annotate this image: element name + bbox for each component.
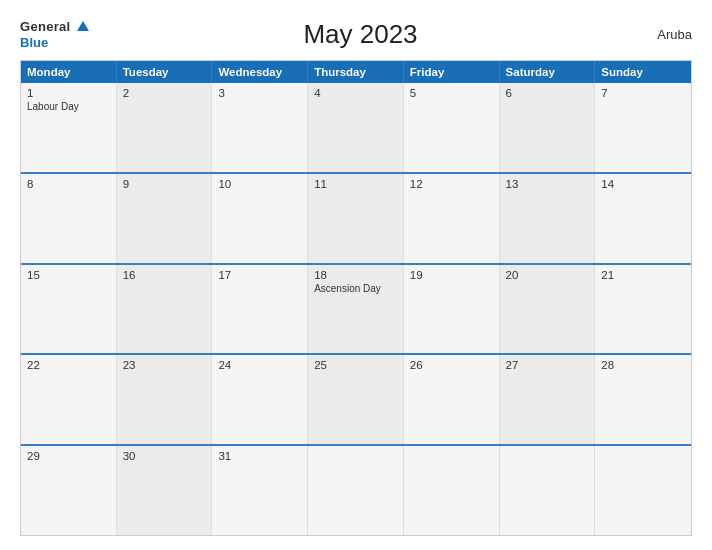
header: General Blue May 2023 Aruba [20, 18, 692, 50]
day-number: 8 [27, 178, 110, 190]
day-cell: 19 [404, 265, 500, 354]
day-number: 5 [410, 87, 493, 99]
day-header: Friday [404, 61, 500, 83]
day-event: Ascension Day [314, 283, 397, 295]
day-cell: 3 [212, 83, 308, 172]
day-header: Thursday [308, 61, 404, 83]
day-number: 22 [27, 359, 110, 371]
day-number: 2 [123, 87, 206, 99]
day-number: 6 [506, 87, 589, 99]
day-cell: 20 [500, 265, 596, 354]
day-number: 15 [27, 269, 110, 281]
day-cell: 29 [21, 446, 117, 535]
day-number: 4 [314, 87, 397, 99]
day-number: 3 [218, 87, 301, 99]
day-number: 20 [506, 269, 589, 281]
day-cell: 23 [117, 355, 213, 444]
day-header: Monday [21, 61, 117, 83]
day-header: Sunday [595, 61, 691, 83]
day-cell: 6 [500, 83, 596, 172]
day-number: 30 [123, 450, 206, 462]
day-number: 23 [123, 359, 206, 371]
day-cell: 21 [595, 265, 691, 354]
day-cell: 7 [595, 83, 691, 172]
day-cell: 14 [595, 174, 691, 263]
day-number: 16 [123, 269, 206, 281]
day-number: 27 [506, 359, 589, 371]
day-number: 17 [218, 269, 301, 281]
day-cell: 28 [595, 355, 691, 444]
day-cell: 16 [117, 265, 213, 354]
day-number: 26 [410, 359, 493, 371]
week-row: 1Labour Day234567 [21, 83, 691, 172]
calendar-title: May 2023 [89, 19, 632, 50]
day-cell: 4 [308, 83, 404, 172]
day-cell: 30 [117, 446, 213, 535]
day-cell [308, 446, 404, 535]
day-cell: 12 [404, 174, 500, 263]
day-cell [500, 446, 596, 535]
logo: General Blue [20, 18, 89, 50]
day-number: 19 [410, 269, 493, 281]
logo-line1: General [20, 18, 89, 34]
day-cell: 22 [21, 355, 117, 444]
day-number: 21 [601, 269, 685, 281]
day-cell: 9 [117, 174, 213, 263]
day-headers-row: MondayTuesdayWednesdayThursdayFridaySatu… [21, 61, 691, 83]
weeks-container: 1Labour Day23456789101112131415161718Asc… [21, 83, 691, 535]
day-number: 11 [314, 178, 397, 190]
region-label: Aruba [632, 27, 692, 42]
week-row: 293031 [21, 444, 691, 535]
day-cell: 2 [117, 83, 213, 172]
day-number: 28 [601, 359, 685, 371]
day-number: 31 [218, 450, 301, 462]
day-cell: 17 [212, 265, 308, 354]
day-header: Tuesday [117, 61, 213, 83]
day-cell: 5 [404, 83, 500, 172]
logo-triangle-icon [77, 21, 89, 31]
day-header: Wednesday [212, 61, 308, 83]
day-number: 14 [601, 178, 685, 190]
day-cell: 1Labour Day [21, 83, 117, 172]
day-number: 18 [314, 269, 397, 281]
day-number: 12 [410, 178, 493, 190]
day-cell: 11 [308, 174, 404, 263]
day-cell [595, 446, 691, 535]
day-cell: 8 [21, 174, 117, 263]
logo-general-text: General [20, 19, 71, 34]
day-cell [404, 446, 500, 535]
day-cell: 10 [212, 174, 308, 263]
day-header: Saturday [500, 61, 596, 83]
week-row: 891011121314 [21, 172, 691, 263]
week-row: 22232425262728 [21, 353, 691, 444]
day-cell: 25 [308, 355, 404, 444]
day-cell: 26 [404, 355, 500, 444]
week-row: 15161718Ascension Day192021 [21, 263, 691, 354]
day-cell: 13 [500, 174, 596, 263]
day-cell: 15 [21, 265, 117, 354]
day-cell: 27 [500, 355, 596, 444]
calendar: MondayTuesdayWednesdayThursdayFridaySatu… [20, 60, 692, 536]
day-cell: 31 [212, 446, 308, 535]
day-number: 25 [314, 359, 397, 371]
logo-blue-text: Blue [20, 35, 48, 50]
page: General Blue May 2023 Aruba MondayTuesda… [0, 0, 712, 550]
day-number: 10 [218, 178, 301, 190]
day-number: 9 [123, 178, 206, 190]
day-number: 7 [601, 87, 685, 99]
day-number: 24 [218, 359, 301, 371]
day-number: 13 [506, 178, 589, 190]
day-cell: 24 [212, 355, 308, 444]
day-event: Labour Day [27, 101, 110, 113]
day-cell: 18Ascension Day [308, 265, 404, 354]
day-number: 1 [27, 87, 110, 99]
day-number: 29 [27, 450, 110, 462]
